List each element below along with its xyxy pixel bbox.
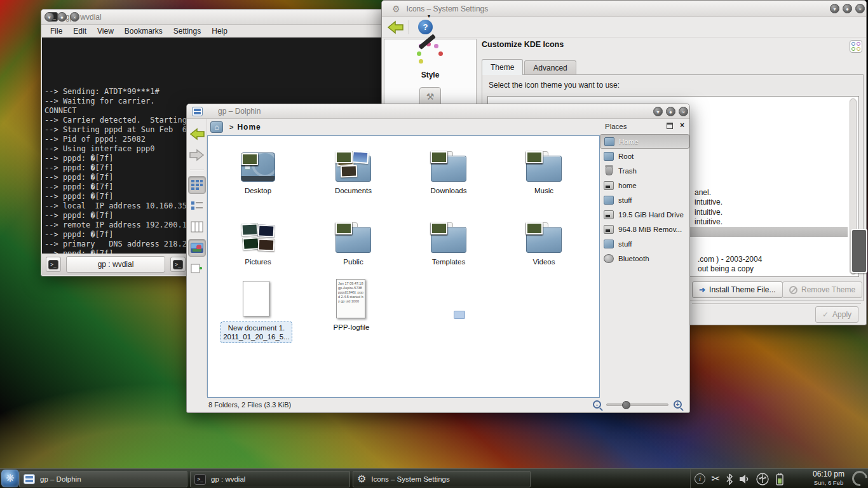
theme-list-scrollbar[interactable] [850,98,857,274]
dolphin-titlebar[interactable]: gp – Dolphin ▾ ● × [187,104,689,119]
terminal-icon: >_ [173,260,183,269]
terminal-tab[interactable]: gp : wvdial [66,256,165,273]
zoom-out-icon[interactable]: - [593,400,601,409]
place-item[interactable]: 964.8 MiB Remov... [600,222,689,236]
maximize-button[interactable]: ● [57,12,67,22]
folder-item[interactable]: Desktop [210,140,306,211]
home-icon[interactable]: ⌂ [210,121,223,133]
file-new-document[interactable] [243,281,269,316]
place-icon [604,181,614,190]
place-label: home [618,182,637,189]
settings-tab[interactable]: Theme [482,59,523,75]
breadcrumb-home[interactable]: Home [237,123,261,132]
chevron-down-icon[interactable]: ▾ [428,13,430,19]
close-panel-icon[interactable]: × [680,121,684,130]
check-icon: ✓ [822,310,829,319]
file-ppp-logfile[interactable]: Jan 17 09:47:18 gp-Aspire-5738 pppd[1946… [336,279,365,318]
minimize-button[interactable]: ▾ [653,107,663,116]
task-wvdial[interactable]: >_ gp : wvdial [190,471,350,487]
new-tab-button[interactable]: >_ [46,257,61,272]
style-palette-icon [416,43,444,69]
kde-launcher-icon[interactable]: ❋ [1,470,19,487]
menu-item[interactable]: Help [212,27,227,36]
volume-icon[interactable] [739,474,750,484]
bluetooth-icon[interactable] [726,473,733,485]
close-tab-button[interactable]: >_ [170,257,186,272]
battery-icon[interactable] [775,473,785,485]
konsole-titlebar[interactable]: >_ gp : wvdial ▾ ● × [41,10,387,25]
split-view-button[interactable] [188,260,206,278]
zoom-slider[interactable] [606,403,668,406]
sidebar-item-label: Style [384,71,476,79]
places-list: Home Root Trash home [600,134,689,266]
digital-clock[interactable]: 06:10 pm Sun, 6 Feb [808,470,849,487]
forward-icon [189,149,205,161]
maximize-button[interactable]: ● [666,107,675,116]
place-item[interactable]: 19.5 GiB Hard Drive [600,207,689,222]
overview-icon[interactable] [850,40,862,53]
menu-item[interactable]: Edit [73,27,86,36]
task-dolphin[interactable]: gp – Dolphin [19,471,187,487]
panel-cashew-icon[interactable] [849,468,868,488]
folder-item[interactable]: Public [306,211,401,282]
menu-item[interactable]: Settings [173,27,201,36]
place-item[interactable]: stuff [600,236,689,251]
sidebar-item-style[interactable]: Style [384,43,476,81]
preview-button[interactable] [188,239,206,257]
folder-item[interactable]: Pictures [210,211,306,282]
place-item[interactable]: Root [600,149,689,163]
theme-select-label: Select the icon theme you want to use: [489,81,620,90]
place-icon [606,166,613,175]
folder-item[interactable]: Videos [496,211,592,282]
file-new-document-label[interactable]: New document 1. 2011_01_20_16_5... [220,322,292,343]
columns-view-button[interactable] [188,218,206,236]
install-theme-button[interactable]: ➜ Install Theme File... [692,281,783,298]
menu-item[interactable]: View [97,27,114,36]
settings-tab[interactable]: Advanced [524,60,576,75]
place-item[interactable]: stuff [600,193,689,207]
back-icon[interactable] [387,20,403,34]
place-item[interactable]: home [600,178,689,193]
place-item[interactable]: Trash [600,163,689,178]
folder-label: Desktop [245,187,271,194]
folder-icon [240,222,276,253]
forward-button[interactable] [188,146,206,164]
folder-item[interactable]: Templates [401,211,496,282]
help-icon[interactable]: ? [418,20,433,34]
menu-item[interactable]: Bookmarks [125,27,163,36]
settings-titlebar[interactable]: ⚙ Icons – System Settings ▾ ● × [382,1,866,17]
dolphin-title: gp – Dolphin [218,107,261,116]
menu-item[interactable]: File [50,27,62,36]
maximize-button[interactable]: ● [843,4,852,13]
close-button[interactable]: × [855,4,865,13]
place-icon [604,225,614,234]
folder-item[interactable]: Downloads [401,140,496,211]
back-button[interactable] [188,125,206,143]
minimize-button[interactable]: ▾ [830,4,839,13]
klipper-scissors-icon[interactable]: ✂ [711,473,720,484]
file-ppp-logfile-label[interactable]: PPP-logfile [304,323,399,331]
usb-device-icon[interactable] [756,473,769,485]
place-item[interactable]: Bluetooth [600,251,689,266]
scrollbar-thumb[interactable] [851,229,867,273]
place-item[interactable]: Home [600,134,689,149]
folder-icon [431,151,466,182]
close-button[interactable]: × [70,12,79,22]
taskbar-panel: ❋ gp – Dolphin >_ gp : wvdial ⚙ Icons – … [0,468,868,488]
close-button[interactable]: × [679,107,688,116]
details-view-button[interactable] [188,197,206,215]
folder-item[interactable]: Documents [306,140,401,211]
info-icon[interactable]: i [695,473,705,484]
minimize-button[interactable]: ▾ [44,12,54,22]
folder-item[interactable]: Music [496,140,592,211]
task-system-settings[interactable]: ⚙ Icons – System Settings [353,471,531,487]
places-title: Places [605,123,627,130]
apply-button[interactable]: ✓ Apply [815,306,858,323]
folder-view[interactable]: Desktop Documents [207,135,600,398]
icons-view-button[interactable] [188,176,206,194]
zoom-in-icon[interactable]: + [674,400,682,409]
detach-panel-icon[interactable] [667,123,673,129]
remove-theme-button[interactable]: Remove Theme [782,281,862,298]
zoom-slider-handle[interactable] [622,401,630,409]
theme-credits-text: .com ) - 2003-2004out being a copy [698,255,762,274]
